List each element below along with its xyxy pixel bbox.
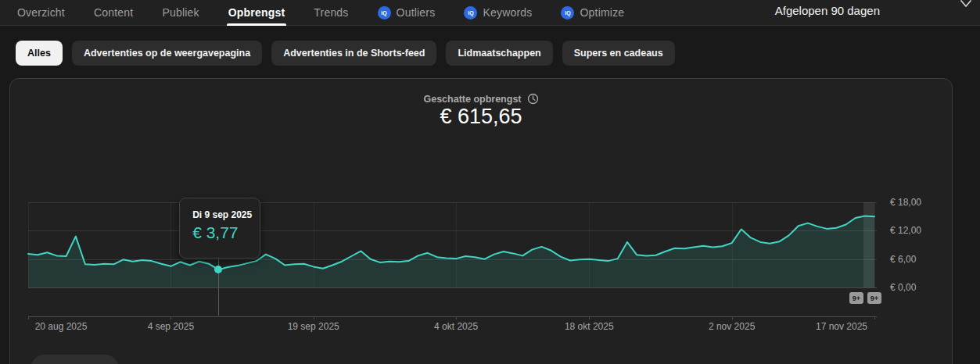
x-axis-tick [456,316,457,319]
tab-optimize[interactable]: iQOptimize [561,0,624,26]
date-range-label: Afgelopen 90 dagen [775,4,880,17]
vidiq-icon: iQ [464,6,477,20]
tab-label: Opbrengst [228,6,285,19]
gridline [28,287,877,288]
x-axis-tick [874,316,875,319]
tab-publiek[interactable]: Publiek [162,0,199,26]
chart-area-fill [28,216,874,287]
bottom-pill-button[interactable] [31,355,119,364]
tooltip-value: € 3,77 [192,223,260,242]
chart-tooltip: Di 9 sep 2025 € 3,77 [179,198,260,259]
x-axis-tick [171,316,171,319]
tab-content[interactable]: Content [94,0,133,26]
metric-value: € 615,65 [10,105,952,129]
tab-label: Trends [314,6,348,19]
y-axis-label: € 12,00 [890,225,921,236]
y-axis-label: € 18,00 [890,197,921,208]
tab-label: Content [94,6,133,19]
tab-label: Overzicht [17,6,65,19]
gridline-vertical [874,202,875,287]
x-axis-label: 4 okt 2025 [434,321,478,332]
x-axis-label: 20 aug 2025 [35,321,88,332]
tab-label: Optimize [580,6,624,19]
tab-overzicht[interactable]: Overzicht [17,0,65,26]
tab-outliers[interactable]: iQOutliers [378,0,436,26]
tab-trends[interactable]: Trends [314,0,348,26]
x-axis-line [28,316,877,317]
x-axis-label: 17 nov 2025 [816,321,867,332]
metric-header: Geschatte opbrengst [10,93,952,105]
y-axis-label: € 0,00 [890,282,916,293]
hover-data-point [214,266,222,273]
published-videos-badge[interactable]: 9+ [867,292,881,304]
tab-keywords[interactable]: iQKeywords [464,0,532,26]
x-axis-label: 2 nov 2025 [709,321,755,332]
vidiq-icon: iQ [378,6,391,20]
date-range-selector[interactable]: Afgelopen 90 dagen [775,0,880,20]
tab-opbrengst[interactable]: Opbrengst [228,0,285,26]
filter-chip[interactable]: Supers en cadeaus [562,41,675,66]
metric-title: Geschatte opbrengst [423,94,521,105]
tab-label: Outliers [397,6,436,19]
x-axis-tick [589,316,590,319]
estimated-revenue-card: Geschatte opbrengst € 615,65 € 18,00€ 12… [9,78,953,364]
filter-chip[interactable]: Alles [16,41,63,66]
delayed-data-clock-icon [527,93,539,105]
x-axis-tick [314,316,314,319]
published-videos-badge[interactable]: 9+ [849,292,863,304]
tab-label: Keywords [483,6,532,19]
vidiq-icon: iQ [561,6,574,20]
x-axis-label: 4 sep 2025 [148,321,194,332]
tooltip-date: Di 9 sep 2025 [192,209,260,220]
y-axis-label: € 6,00 [890,254,916,265]
filter-chip[interactable]: Lidmaatschappen [446,41,552,66]
x-axis-label: 19 sep 2025 [288,321,339,332]
tab-label: Publiek [162,6,199,19]
chevron-down-icon[interactable] [958,0,974,11]
revenue-line-chart [28,202,874,287]
filter-chip[interactable]: Advertenties in de Shorts-feed [271,41,436,66]
filter-chip[interactable]: Advertenties op de weergavepagina [72,41,262,66]
x-axis-tick [28,316,29,319]
revenue-filter-chips: AllesAdvertenties op de weergavepaginaAd… [16,41,675,66]
x-axis-tick [732,316,733,319]
x-axis-label: 18 okt 2025 [565,321,614,332]
